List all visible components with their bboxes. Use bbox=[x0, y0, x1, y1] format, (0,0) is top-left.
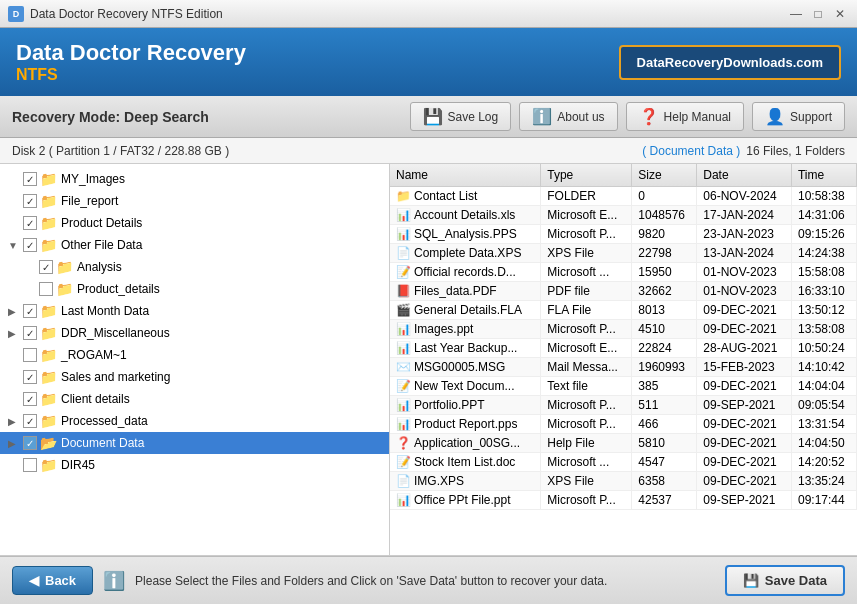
file-date: 09-DEC-2021 bbox=[697, 415, 792, 434]
file-type: Mail Messa... bbox=[541, 358, 632, 377]
table-row[interactable]: 📊SQL_Analysis.PPSMicrosoft P...982023-JA… bbox=[390, 225, 857, 244]
file-name: 📄Complete Data.XPS bbox=[390, 244, 541, 263]
tree-check-client-details[interactable]: ✓ bbox=[23, 392, 37, 406]
info-bar: Disk 2 ( Partition 1 / FAT32 / 228.88 GB… bbox=[0, 138, 857, 164]
file-name: ❓Application_00SG... bbox=[390, 434, 541, 453]
folder-icon-my-images: 📁 bbox=[40, 171, 57, 187]
table-row[interactable]: 📊Images.pptMicrosoft P...451009-DEC-2021… bbox=[390, 320, 857, 339]
col-name: Name bbox=[390, 164, 541, 187]
table-row[interactable]: 📊Office PPt File.pptMicrosoft P...425370… bbox=[390, 491, 857, 510]
tree-check-product-details[interactable]: ✓ bbox=[23, 216, 37, 230]
tree-item-file-report[interactable]: ✓📁File_report bbox=[0, 190, 389, 212]
file-size: 511 bbox=[632, 396, 697, 415]
tree-label-other-file-data: Other File Data bbox=[61, 238, 142, 252]
tree-item-processed-data[interactable]: ▶✓📁Processed_data bbox=[0, 410, 389, 432]
tree-label-my-images: MY_Images bbox=[61, 172, 125, 186]
help-manual-button[interactable]: ❓ Help Manual bbox=[626, 102, 744, 131]
folder-icon-file-report: 📁 bbox=[40, 193, 57, 209]
tree-check-analysis[interactable]: ✓ bbox=[39, 260, 53, 274]
tree-label-last-month-data: Last Month Data bbox=[61, 304, 149, 318]
table-row[interactable]: 📊Account Details.xlsMicrosoft E...104857… bbox=[390, 206, 857, 225]
tree-expand-ddr-misc[interactable]: ▶ bbox=[8, 328, 20, 339]
tree-item-dir45[interactable]: 📁DIR45 bbox=[0, 454, 389, 476]
tree-check-last-month-data[interactable]: ✓ bbox=[23, 304, 37, 318]
file-size: 6358 bbox=[632, 472, 697, 491]
tree-panel[interactable]: ✓📁MY_Images✓📁File_report✓📁Product Detail… bbox=[0, 164, 390, 555]
tree-label-processed-data: Processed_data bbox=[61, 414, 148, 428]
minimize-button[interactable]: — bbox=[787, 5, 805, 23]
table-row[interactable]: 📁Contact ListFOLDER006-NOV-202410:58:38 bbox=[390, 187, 857, 206]
file-name: 📊Account Details.xls bbox=[390, 206, 541, 225]
tree-check-processed-data[interactable]: ✓ bbox=[23, 414, 37, 428]
tree-item-analysis[interactable]: ✓📁Analysis bbox=[0, 256, 389, 278]
table-row[interactable]: ✉️MSG00005.MSGMail Messa...196099315-FEB… bbox=[390, 358, 857, 377]
tree-item-product-details[interactable]: ✓📁Product Details bbox=[0, 212, 389, 234]
tree-item-other-file-data[interactable]: ▼✓📁Other File Data bbox=[0, 234, 389, 256]
save-data-button[interactable]: 💾 Save Data bbox=[725, 565, 845, 596]
about-us-button[interactable]: ℹ️ About us bbox=[519, 102, 617, 131]
back-button[interactable]: ◀ Back bbox=[12, 566, 93, 595]
tree-expand-other-file-data[interactable]: ▼ bbox=[8, 240, 20, 251]
tree-expand-document-data[interactable]: ▶ bbox=[8, 438, 20, 449]
window-title: Data Doctor Recovery NTFS Edition bbox=[30, 7, 223, 21]
file-date: 09-SEP-2021 bbox=[697, 396, 792, 415]
file-type: Microsoft E... bbox=[541, 339, 632, 358]
file-size: 8013 bbox=[632, 301, 697, 320]
tree-expand-processed-data[interactable]: ▶ bbox=[8, 416, 20, 427]
table-row[interactable]: 📊Portfolio.PPTMicrosoft P...51109-SEP-20… bbox=[390, 396, 857, 415]
tree-item-rogam[interactable]: 📁_ROGAM~1 bbox=[0, 344, 389, 366]
app-icon: D bbox=[8, 6, 24, 22]
tree-label-product-details2: Product_details bbox=[77, 282, 160, 296]
file-type: Microsoft P... bbox=[541, 491, 632, 510]
tree-check-rogam[interactable] bbox=[23, 348, 37, 362]
brand-subtitle: NTFS bbox=[16, 66, 246, 84]
file-type-icon: 📊 bbox=[396, 322, 411, 336]
tree-label-analysis: Analysis bbox=[77, 260, 122, 274]
table-row[interactable]: 🎬General Details.FLAFLA File801309-DEC-2… bbox=[390, 301, 857, 320]
tree-item-client-details[interactable]: ✓📁Client details bbox=[0, 388, 389, 410]
table-row[interactable]: 📊Product Report.ppsMicrosoft P...46609-D… bbox=[390, 415, 857, 434]
file-panel[interactable]: Name Type Size Date Time 📁Contact ListFO… bbox=[390, 164, 857, 555]
support-button[interactable]: 👤 Support bbox=[752, 102, 845, 131]
info-icon: ℹ️ bbox=[103, 570, 125, 592]
save-log-button[interactable]: 💾 Save Log bbox=[410, 102, 512, 131]
save-log-label: Save Log bbox=[448, 110, 499, 124]
tree-item-my-images[interactable]: ✓📁MY_Images bbox=[0, 168, 389, 190]
table-row[interactable]: 📝New Text Docum...Text file38509-DEC-202… bbox=[390, 377, 857, 396]
file-date: 13-JAN-2024 bbox=[697, 244, 792, 263]
folder-icon-sales: 📁 bbox=[40, 369, 57, 385]
tree-check-other-file-data[interactable]: ✓ bbox=[23, 238, 37, 252]
close-button[interactable]: ✕ bbox=[831, 5, 849, 23]
table-row[interactable]: 📄IMG.XPSXPS File635809-DEC-202113:35:24 bbox=[390, 472, 857, 491]
table-row[interactable]: 📄Complete Data.XPSXPS File2279813-JAN-20… bbox=[390, 244, 857, 263]
tree-check-ddr-misc[interactable]: ✓ bbox=[23, 326, 37, 340]
folder-icon-analysis: 📁 bbox=[56, 259, 73, 275]
file-date: 09-DEC-2021 bbox=[697, 377, 792, 396]
tree-check-sales[interactable]: ✓ bbox=[23, 370, 37, 384]
table-row[interactable]: 📝Stock Item List.docMicrosoft ...454709-… bbox=[390, 453, 857, 472]
file-type: Microsoft P... bbox=[541, 415, 632, 434]
file-type-icon: 📊 bbox=[396, 208, 411, 222]
status-bar: ◀ Back ℹ️ Please Select the Files and Fo… bbox=[0, 556, 857, 604]
tree-check-dir45[interactable] bbox=[23, 458, 37, 472]
tree-check-file-report[interactable]: ✓ bbox=[23, 194, 37, 208]
file-type: Microsoft P... bbox=[541, 320, 632, 339]
file-time: 14:24:38 bbox=[791, 244, 856, 263]
tree-item-last-month-data[interactable]: ▶✓📁Last Month Data bbox=[0, 300, 389, 322]
file-count: 16 Files, 1 Folders bbox=[746, 144, 845, 158]
save-data-label: Save Data bbox=[765, 573, 827, 588]
tree-expand-last-month-data[interactable]: ▶ bbox=[8, 306, 20, 317]
tree-check-product-details2[interactable] bbox=[39, 282, 53, 296]
tree-item-document-data[interactable]: ▶✓📂Document Data bbox=[0, 432, 389, 454]
file-name: 📊Images.ppt bbox=[390, 320, 541, 339]
tree-item-product-details2[interactable]: 📁Product_details bbox=[0, 278, 389, 300]
table-row[interactable]: ❓Application_00SG...Help File581009-DEC-… bbox=[390, 434, 857, 453]
tree-check-document-data[interactable]: ✓ bbox=[23, 436, 37, 450]
table-row[interactable]: 📕Files_data.PDFPDF file3266201-NOV-20231… bbox=[390, 282, 857, 301]
tree-check-my-images[interactable]: ✓ bbox=[23, 172, 37, 186]
maximize-button[interactable]: □ bbox=[809, 5, 827, 23]
tree-item-ddr-misc[interactable]: ▶✓📁DDR_Miscellaneous bbox=[0, 322, 389, 344]
tree-item-sales[interactable]: ✓📁Sales and marketing bbox=[0, 366, 389, 388]
table-row[interactable]: 📊Last Year Backup...Microsoft E...228242… bbox=[390, 339, 857, 358]
table-row[interactable]: 📝Official records.D...Microsoft ...15950… bbox=[390, 263, 857, 282]
